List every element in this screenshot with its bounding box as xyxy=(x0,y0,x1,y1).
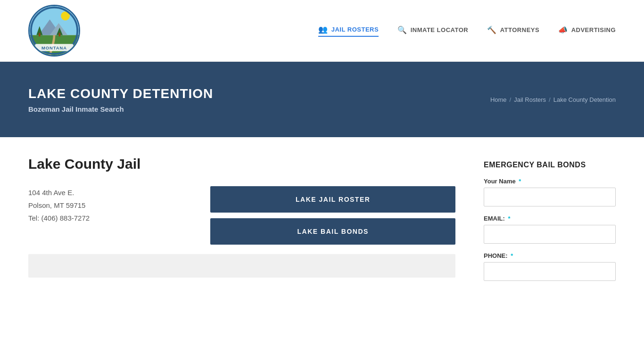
left-section: Lake County Jail 104 4th Ave E. Polson, … xyxy=(28,156,455,289)
hero-left: LAKE COUNTY DETENTION Bozeman Jail Inmat… xyxy=(28,86,213,113)
main-nav: 👥 JAIL ROSTERS 🔍 INMATE LOCATOR 🔨 ATTORN… xyxy=(318,25,616,37)
bottom-gray-bar xyxy=(28,254,455,278)
name-form-group: Your Name * xyxy=(484,178,616,206)
lake-jail-roster-button[interactable]: LAKE JAIL ROSTER xyxy=(210,186,455,213)
email-form-group: EMAIL: * xyxy=(484,215,616,244)
jail-rosters-icon: 👥 xyxy=(318,25,328,34)
name-label: Your Name * xyxy=(484,178,616,185)
name-required: * xyxy=(519,178,521,185)
nav-jail-rosters[interactable]: 👥 JAIL ROSTERS xyxy=(318,25,379,37)
main-content: Lake County Jail 104 4th Ave E. Polson, … xyxy=(0,137,644,308)
inmate-locator-icon: 🔍 xyxy=(397,25,407,34)
nav-inmate-locator[interactable]: 🔍 INMATE LOCATOR xyxy=(397,25,468,36)
nav-advertising-label: ADVERTISING xyxy=(571,26,616,33)
right-sidebar: EMERGENCY BAIL BONDS Your Name * EMAIL: … xyxy=(474,156,616,289)
phone-form-group: PHONE: * xyxy=(484,252,616,281)
site-header: MONTANA 👥 JAIL ROSTERS 🔍 INMATE LOCATOR … xyxy=(0,0,644,62)
phone-label: PHONE: * xyxy=(484,252,616,259)
nav-inmate-locator-label: INMATE LOCATOR xyxy=(411,26,469,33)
breadcrumb-jail-rosters[interactable]: Jail Rosters xyxy=(514,96,546,103)
email-label: EMAIL: * xyxy=(484,215,616,222)
nav-jail-rosters-label: JAIL ROSTERS xyxy=(331,26,379,33)
page-title: LAKE COUNTY DETENTION xyxy=(28,86,213,101)
lake-bail-bonds-button[interactable]: LAKE BAIL BONDS xyxy=(210,218,455,245)
address-block: 104 4th Ave E. Polson, MT 59715 Tel: (40… xyxy=(28,186,191,224)
phone-input[interactable] xyxy=(484,262,616,281)
nav-advertising[interactable]: 📣 ADVERTISING xyxy=(558,25,616,36)
page-subtitle: Bozeman Jail Inmate Search xyxy=(28,105,213,113)
site-logo: MONTANA xyxy=(28,5,80,57)
jail-title: Lake County Jail xyxy=(28,156,455,172)
breadcrumb-sep-2: / xyxy=(549,96,551,103)
breadcrumb: Home / Jail Rosters / Lake County Detent… xyxy=(490,96,616,103)
address-line1: 104 4th Ave E. xyxy=(28,186,191,199)
attorneys-icon: 🔨 xyxy=(487,25,497,34)
address-phone: Tel: (406) 883-7272 xyxy=(28,212,191,224)
advertising-icon: 📣 xyxy=(558,25,568,34)
svg-rect-8 xyxy=(58,33,60,37)
bail-bonds-title: EMERGENCY BAIL BONDS xyxy=(484,156,616,169)
info-buttons-area: 104 4th Ave E. Polson, MT 59715 Tel: (40… xyxy=(28,186,455,245)
svg-text:MONTANA: MONTANA xyxy=(41,45,67,50)
name-input[interactable] xyxy=(484,188,616,206)
email-required: * xyxy=(508,215,510,222)
breadcrumb-sep-1: / xyxy=(510,96,512,103)
nav-attorneys-label: ATTORNEYS xyxy=(500,26,539,33)
breadcrumb-current: Lake County Detention xyxy=(553,96,616,103)
logo-area: MONTANA xyxy=(28,5,80,57)
phone-required: * xyxy=(511,252,513,259)
email-input[interactable] xyxy=(484,225,616,244)
buttons-block: LAKE JAIL ROSTER LAKE BAIL BONDS xyxy=(210,186,455,245)
breadcrumb-home[interactable]: Home xyxy=(490,96,507,103)
nav-attorneys[interactable]: 🔨 ATTORNEYS xyxy=(487,25,539,36)
svg-rect-6 xyxy=(39,33,41,37)
hero-banner: LAKE COUNTY DETENTION Bozeman Jail Inmat… xyxy=(0,62,644,137)
address-line2: Polson, MT 59715 xyxy=(28,199,191,212)
